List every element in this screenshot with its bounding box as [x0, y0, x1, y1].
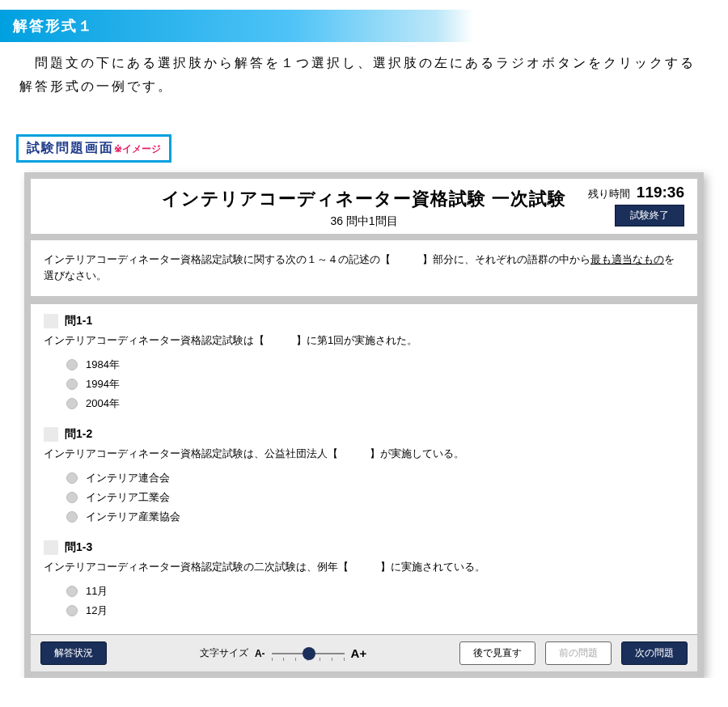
- option-label: インテリア工業会: [86, 490, 170, 505]
- options-group: インテリア連合会 インテリア工業会 インテリア産業協会: [66, 471, 684, 524]
- radio-icon[interactable]: [66, 586, 78, 597]
- fontsize-slider[interactable]: [272, 646, 345, 661]
- sub-question-header: 問1-2: [44, 427, 684, 442]
- option-label: インテリア連合会: [86, 471, 170, 485]
- review-later-button[interactable]: 後で見直す: [459, 641, 535, 665]
- exam-window: インテリアコーディネーター資格試験 一次試験 36 問中1問目 残り時間 119…: [24, 172, 704, 679]
- options-group: 11月 12月: [66, 584, 684, 618]
- radio-icon[interactable]: [66, 511, 78, 523]
- radio-icon[interactable]: [66, 472, 78, 484]
- fontsize-minus[interactable]: A-: [255, 648, 265, 659]
- description-text: 問題文の下にある選択肢から解答を１つ選択し、選択肢の左にあるラジオボタンをクリッ…: [0, 52, 728, 99]
- radio-icon[interactable]: [66, 359, 78, 370]
- instruction-underlined: 最も適当なもの: [590, 253, 664, 265]
- sub-question: 問1-3 インテリアコーディネーター資格認定試験の二次試験は、例年【 】に実施さ…: [44, 540, 684, 618]
- option-label: 11月: [86, 584, 108, 599]
- sub-question-text: インテリアコーディネーター資格認定試験の二次試験は、例年【 】に実施されている。: [44, 560, 684, 574]
- option-row[interactable]: インテリア産業協会: [66, 510, 684, 524]
- image-label-sub: ※イメージ: [114, 143, 161, 155]
- section-header: 解答形式１: [0, 10, 728, 42]
- next-question-button[interactable]: 次の問題: [621, 641, 688, 665]
- option-row[interactable]: インテリア工業会: [66, 490, 684, 505]
- option-label: 12月: [86, 603, 108, 618]
- option-label: 1994年: [86, 377, 120, 392]
- answer-status-button[interactable]: 解答状況: [40, 641, 107, 665]
- question-area: インテリアコーディネーター資格認定試験に関する次の１～４の記述の【 】部分に、そ…: [31, 240, 697, 672]
- sub-question-text: インテリアコーディネーター資格認定試験は、公益社団法人【 】が実施している。: [44, 447, 684, 461]
- radio-icon[interactable]: [66, 379, 78, 390]
- timer-value: 119:36: [637, 184, 684, 201]
- sub-question: 問1-2 インテリアコーディネーター資格認定試験は、公益社団法人【 】が実施して…: [44, 427, 684, 524]
- options-group: 1984年 1994年 2004年: [66, 358, 684, 411]
- exam-header: インテリアコーディネーター資格試験 一次試験 36 問中1問目 残り時間 119…: [31, 179, 697, 234]
- fontsize-label: 文字サイズ: [200, 646, 248, 660]
- option-row[interactable]: 1984年: [66, 358, 684, 372]
- end-exam-button[interactable]: 試験終了: [615, 205, 684, 226]
- radio-icon[interactable]: [66, 605, 78, 616]
- sub-question-label: 問1-1: [65, 314, 92, 328]
- fontsize-plus[interactable]: A+: [351, 646, 367, 660]
- option-row[interactable]: 12月: [66, 603, 684, 618]
- image-label-main: 試験問題画面: [27, 141, 114, 155]
- instruction-box: インテリアコーディネーター資格認定試験に関する次の１～４の記述の【 】部分に、そ…: [31, 240, 697, 297]
- sub-question-header: 問1-1: [44, 314, 684, 328]
- footer-bar: 解答状況 文字サイズ A- A+ 後で見直す 前の問題 次の問題: [31, 634, 697, 671]
- image-label-box: 試験問題画面※イメージ: [16, 134, 171, 163]
- scroll-area[interactable]: 問1-1 インテリアコーディネーター資格認定試験は【 】に第1回が実施された。 …: [31, 304, 697, 634]
- sub-question-header: 問1-3: [44, 540, 684, 555]
- fontsize-control: 文字サイズ A- A+: [200, 646, 366, 661]
- sub-question-text: インテリアコーディネーター資格認定試験は【 】に第1回が実施された。: [44, 333, 684, 348]
- flag-checkbox[interactable]: [44, 314, 58, 328]
- prev-question-button[interactable]: 前の問題: [545, 641, 612, 665]
- slider-thumb[interactable]: [303, 647, 315, 660]
- option-row[interactable]: 11月: [66, 584, 684, 599]
- option-label: 2004年: [86, 396, 120, 411]
- option-label: インテリア産業協会: [86, 510, 180, 524]
- instruction-prefix: インテリアコーディネーター資格認定試験に関する次の１～４の記述の【 】部分に、そ…: [44, 253, 590, 265]
- option-row[interactable]: 2004年: [66, 396, 684, 411]
- option-label: 1984年: [86, 358, 120, 372]
- option-row[interactable]: インテリア連合会: [66, 471, 684, 485]
- sub-question-label: 問1-3: [65, 540, 92, 555]
- flag-checkbox[interactable]: [44, 540, 58, 555]
- sub-question-label: 問1-2: [65, 427, 92, 442]
- timer-label: 残り時間: [588, 188, 630, 200]
- option-row[interactable]: 1994年: [66, 377, 684, 392]
- flag-checkbox[interactable]: [44, 427, 58, 442]
- sub-question: 問1-1 インテリアコーディネーター資格認定試験は【 】に第1回が実施された。 …: [44, 314, 684, 411]
- radio-icon[interactable]: [66, 398, 78, 409]
- timer-block: 残り時間 119:36 試験終了: [588, 184, 684, 226]
- radio-icon[interactable]: [66, 492, 78, 503]
